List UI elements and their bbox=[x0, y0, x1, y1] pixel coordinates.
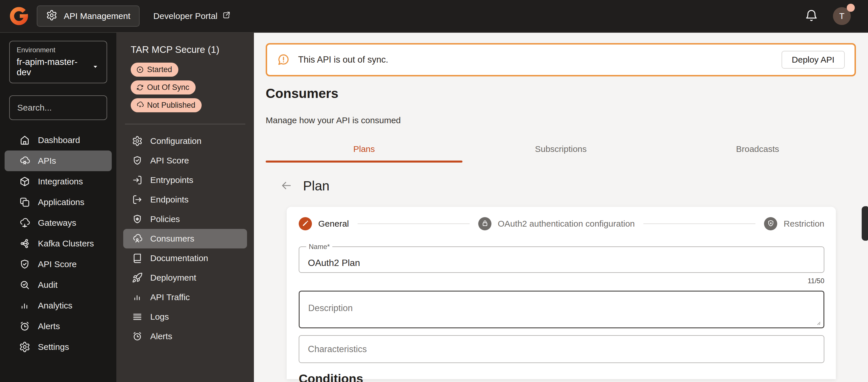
plan-header: Plan bbox=[280, 178, 856, 194]
api-nav-item-entrypoints[interactable]: Entrypoints bbox=[123, 170, 247, 190]
lock-icon bbox=[481, 219, 489, 228]
sidebar-item-applications[interactable]: Applications bbox=[5, 192, 112, 213]
api-nav-item-consumers[interactable]: Consumers bbox=[123, 229, 247, 249]
warning-bubble-icon bbox=[277, 53, 290, 66]
tab-subscriptions[interactable]: Subscriptions bbox=[462, 141, 659, 163]
search-check-icon bbox=[19, 279, 30, 291]
step-general[interactable]: General bbox=[299, 217, 349, 230]
deploy-api-button[interactable]: Deploy API bbox=[781, 51, 845, 69]
api-nav-item-label: Consumers bbox=[150, 234, 194, 244]
description-field bbox=[299, 291, 824, 328]
enter-icon bbox=[132, 174, 143, 186]
apps-icon bbox=[19, 196, 30, 208]
bell-icon bbox=[805, 18, 818, 23]
sidebar-item-label: Gateways bbox=[38, 218, 76, 228]
status-badge-label: Out Of Sync bbox=[147, 83, 189, 92]
api-nav-item-api-traffic[interactable]: API Traffic bbox=[123, 287, 247, 307]
portal-label: Developer Portal bbox=[153, 11, 217, 21]
api-nav-item-label: Documentation bbox=[150, 253, 208, 263]
api-nav-item-configuration[interactable]: Configuration bbox=[123, 131, 247, 151]
sidebar-item-gateways[interactable]: Gateways bbox=[5, 213, 112, 233]
out-of-sync-banner: This API is out of sync. Deploy API bbox=[266, 43, 856, 76]
api-sidebar: TAR MCP Secure (1) StartedOut Of SyncNot… bbox=[116, 33, 254, 382]
shield-x-icon bbox=[767, 219, 775, 228]
sidebar-item-settings[interactable]: Settings bbox=[5, 337, 112, 357]
api-nav-item-label: Entrypoints bbox=[150, 175, 193, 185]
environment-select[interactable]: Environment fr-apim-master-dev bbox=[9, 41, 107, 83]
api-nav-item-label: Alerts bbox=[150, 331, 172, 341]
gear-icon bbox=[19, 341, 30, 353]
bars-icon bbox=[19, 300, 30, 311]
api-nav-item-logs[interactable]: Logs bbox=[123, 307, 247, 326]
sidebar-item-label: Audit bbox=[38, 280, 57, 290]
sidebar-item-alerts[interactable]: Alerts bbox=[5, 316, 112, 337]
menu-icon bbox=[132, 311, 143, 322]
api-nav-item-label: API Score bbox=[150, 156, 189, 165]
banner-message: This API is out of sync. bbox=[298, 55, 781, 65]
characteristics-field bbox=[299, 335, 824, 363]
sidebar-item-integrations[interactable]: Integrations bbox=[5, 171, 112, 192]
api-nav-item-label: Endpoints bbox=[150, 195, 188, 204]
step-oauth2-authentication-configuration[interactable]: OAuth2 authentication configuration bbox=[478, 217, 635, 230]
bars-icon bbox=[132, 292, 143, 303]
body: Environment fr-apim-master-dev Dashboard… bbox=[0, 33, 868, 382]
name-field-label: Name* bbox=[306, 243, 332, 251]
api-nav-item-deployment[interactable]: Deployment bbox=[123, 268, 247, 287]
name-counter: 11/50 bbox=[299, 277, 824, 285]
step-circle bbox=[764, 217, 777, 230]
sidebar-search bbox=[9, 95, 107, 120]
api-nav-item-label: API Traffic bbox=[150, 292, 190, 302]
cloud-person-icon bbox=[132, 233, 143, 244]
api-management-console: API Management Developer Portal T Enviro… bbox=[0, 0, 868, 382]
shield-check-icon bbox=[132, 155, 143, 166]
api-title: TAR MCP Secure (1) bbox=[131, 44, 248, 55]
name-input[interactable] bbox=[299, 247, 824, 272]
api-nav-item-api-score[interactable]: API Score bbox=[123, 151, 247, 170]
api-nav-item-label: Logs bbox=[150, 312, 169, 322]
step-circle bbox=[478, 217, 491, 230]
tab-broadcasts[interactable]: Broadcasts bbox=[659, 141, 856, 163]
plan-stepper: GeneralOAuth2 authentication configurati… bbox=[299, 217, 824, 230]
step-label: Restriction bbox=[783, 219, 824, 229]
sidebar-item-analytics[interactable]: Analytics bbox=[5, 295, 112, 316]
api-nav-item-documentation[interactable]: Documentation bbox=[123, 249, 247, 268]
home-icon bbox=[19, 134, 30, 146]
back-button[interactable] bbox=[280, 179, 293, 193]
sidebar-item-api-score[interactable]: API Score bbox=[5, 254, 112, 275]
divider bbox=[125, 124, 245, 124]
sidebar-item-label: Integrations bbox=[38, 177, 83, 186]
status-badge-not-published: Not Published bbox=[131, 98, 202, 112]
step-circle bbox=[299, 217, 312, 230]
page-subtitle: Manage how your API is consumed bbox=[266, 116, 856, 125]
scrollbar-thumb[interactable] bbox=[862, 206, 868, 241]
notifications-button[interactable] bbox=[805, 9, 818, 23]
resize-handle-icon[interactable] bbox=[814, 318, 821, 326]
primary-sidebar-menu: DashboardAPIsIntegrationsApplicationsGat… bbox=[5, 130, 112, 357]
main-content: This API is out of sync. Deploy API Cons… bbox=[254, 33, 868, 382]
play-circle-icon bbox=[136, 65, 144, 74]
tab-plans[interactable]: Plans bbox=[266, 141, 462, 163]
characteristics-input[interactable] bbox=[299, 344, 824, 354]
sidebar-item-kafka-clusters[interactable]: Kafka Clusters bbox=[5, 233, 112, 254]
alarm-icon bbox=[19, 321, 30, 332]
api-nav-item-policies[interactable]: Policies bbox=[123, 210, 247, 229]
environment-value: fr-apim-master-dev bbox=[17, 57, 91, 77]
gear-icon bbox=[132, 135, 143, 147]
pencil-icon bbox=[302, 219, 309, 228]
developer-portal-link[interactable]: Developer Portal bbox=[153, 11, 230, 22]
sidebar-item-audit[interactable]: Audit bbox=[5, 275, 112, 295]
conditions-heading: Conditions bbox=[299, 372, 824, 382]
search-input[interactable] bbox=[17, 103, 128, 113]
description-input[interactable] bbox=[300, 291, 824, 327]
sidebar-item-apis[interactable]: APIs bbox=[5, 151, 112, 171]
environment-label: Environment bbox=[17, 46, 100, 54]
step-restriction[interactable]: Restriction bbox=[764, 217, 824, 230]
api-nav-item-endpoints[interactable]: Endpoints bbox=[123, 190, 247, 210]
user-menu[interactable]: T bbox=[833, 7, 851, 25]
step-connector bbox=[358, 223, 470, 224]
api-management-button[interactable]: API Management bbox=[37, 5, 140, 27]
sidebar-item-dashboard[interactable]: Dashboard bbox=[5, 130, 112, 151]
product-label: API Management bbox=[64, 11, 130, 21]
api-nav-item-alerts[interactable]: Alerts bbox=[123, 326, 247, 346]
gravitee-logo[interactable] bbox=[9, 6, 29, 26]
